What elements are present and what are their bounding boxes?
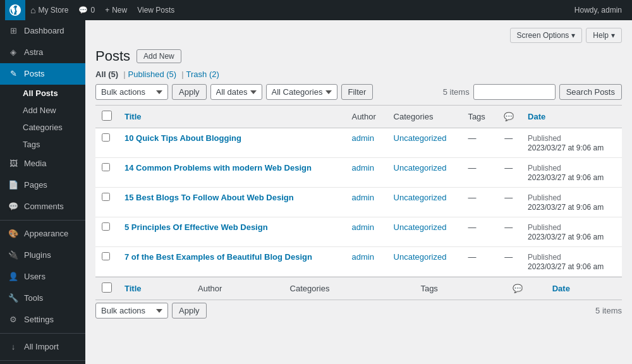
select-all-checkbox[interactable] <box>102 111 112 121</box>
cat-link-2[interactable]: Uncategorized <box>394 193 447 202</box>
sidebar-item-pages[interactable]: 📄 Pages <box>0 174 85 196</box>
sidebar-subitem-add-new[interactable]: Add New <box>0 102 85 119</box>
categories-filter[interactable]: All Categories <box>266 84 337 100</box>
author-link-3[interactable]: admin <box>351 222 374 232</box>
row-checkbox-4 <box>95 247 118 277</box>
row-date-4: Published 2023/03/27 at 9:06 am <box>521 247 622 277</box>
row-tags-2: — <box>461 188 495 217</box>
row-select-4[interactable] <box>102 252 110 260</box>
th-tags: Tags <box>461 106 495 128</box>
row-select-2[interactable] <box>102 193 110 201</box>
post-title-link-1[interactable]: 14 Common Problems with modern Web Desig… <box>125 163 312 173</box>
posts-table-bottom-header: Title Author Categories Tags 💬 Date <box>95 277 622 300</box>
row-category-4: Uncategorized <box>387 247 462 277</box>
row-select-0[interactable] <box>102 133 110 142</box>
comment-bubble-icon-bottom: 💬 <box>513 284 523 293</box>
sidebar-item-appearance[interactable]: 🎨 Appearance <box>0 223 85 245</box>
table-row: 5 Principles Of Effective Web Design adm… <box>95 217 622 247</box>
row-select-3[interactable] <box>102 222 110 231</box>
filter-link-all[interactable]: All (5) <box>95 70 121 79</box>
help-button[interactable]: Help ▾ <box>586 28 622 43</box>
row-checkbox-0 <box>95 128 118 158</box>
apply-button-bottom[interactable]: Apply <box>172 303 207 318</box>
date-status-1: Published <box>528 164 561 173</box>
wp-logo[interactable] <box>5 0 25 20</box>
users-icon: 👤 <box>8 271 19 282</box>
date-value-2: 2023/03/27 at 9:06 am <box>528 203 604 212</box>
filter-link-trash[interactable]: Trash (2) <box>186 70 222 79</box>
row-category-0: Uncategorized <box>387 128 462 158</box>
row-author-3: admin <box>345 217 387 247</box>
bulk-actions-select-bottom[interactable]: Bulk actions Edit Move to Trash <box>95 303 168 318</box>
date-value-1: 2023/03/27 at 9:06 am <box>528 173 604 182</box>
screen-options-button[interactable]: Screen Options ▾ <box>510 28 583 43</box>
search-posts-button[interactable]: Search Posts <box>559 84 622 100</box>
row-tags-0: — <box>461 128 495 158</box>
filter-link-published[interactable]: Published (5) <box>128 70 179 79</box>
toolbar-bottom: Bulk actions Edit Move to Trash Apply 5 … <box>95 303 622 318</box>
post-title-link-3[interactable]: 5 Principles Of Effective Web Design <box>125 222 268 232</box>
cat-link-3[interactable]: Uncategorized <box>394 222 447 232</box>
add-new-button[interactable]: Add New <box>137 49 181 63</box>
main-layout: ⊞ Dashboard ◈ Astra ✎ Posts All Posts Ad… <box>0 20 632 364</box>
cat-link-1[interactable]: Uncategorized <box>394 163 447 173</box>
th-comments-bottom: 💬 <box>489 277 546 300</box>
sidebar-item-posts[interactable]: ✎ Posts <box>0 63 85 85</box>
sidebar-item-comments[interactable]: 💬 Comments <box>0 196 85 217</box>
row-author-1: admin <box>345 158 387 188</box>
search-input[interactable] <box>473 84 556 100</box>
sidebar-subitem-tags[interactable]: Tags <box>0 136 85 153</box>
dates-filter[interactable]: All dates <box>210 84 262 100</box>
row-tags-1: — <box>461 158 495 188</box>
post-title-link-4[interactable]: 7 of the Best Examples of Beautiful Blog… <box>125 252 312 262</box>
sidebar-item-users[interactable]: 👤 Users <box>0 266 85 288</box>
th-title[interactable]: Title <box>118 106 345 128</box>
row-title-3: 5 Principles Of Effective Web Design <box>118 217 345 247</box>
row-author-4: admin <box>345 247 387 277</box>
author-link-1[interactable]: admin <box>351 163 374 173</box>
table-row: 15 Best Blogs To Follow About Web Design… <box>95 188 622 217</box>
th-date-bottom[interactable]: Date <box>546 277 622 300</box>
row-checkbox-3 <box>95 217 118 247</box>
cat-link-0[interactable]: Uncategorized <box>394 133 447 143</box>
row-select-1[interactable] <box>102 163 110 171</box>
sidebar-item-plugins[interactable]: 🔌 Plugins <box>0 245 85 266</box>
author-link-4[interactable]: admin <box>351 252 374 262</box>
post-title-link-0[interactable]: 10 Quick Tips About Blogging <box>125 133 241 143</box>
sidebar-item-tools[interactable]: 🔧 Tools <box>0 288 85 309</box>
table-header-row: Title Author Categories Tags 💬 Date <box>95 106 622 128</box>
apply-button-top[interactable]: Apply <box>172 84 207 100</box>
row-tags-3: — <box>461 217 495 247</box>
bulk-actions-select-top[interactable]: Bulk actions Edit Move to Trash <box>95 84 168 100</box>
admin-bar-comments[interactable]: 💬 0 <box>73 0 100 20</box>
admin-bar-site[interactable]: ⌂ My Store <box>25 0 73 20</box>
settings-icon: ⚙ <box>8 314 19 325</box>
sidebar-subitem-all-posts[interactable]: All Posts <box>0 85 85 102</box>
th-title-bottom[interactable]: Title <box>118 277 191 300</box>
toolbar-top: Bulk actions Edit Move to Trash Apply Al… <box>95 84 622 100</box>
filter-button[interactable]: Filter <box>341 84 374 100</box>
admin-bar-howdy: Howdy, admin <box>569 6 627 15</box>
cat-link-4[interactable]: Uncategorized <box>394 252 447 262</box>
sidebar-subitem-categories[interactable]: Categories <box>0 119 85 136</box>
th-checkbox <box>95 106 118 128</box>
row-title-1: 14 Common Problems with modern Web Desig… <box>118 158 345 188</box>
th-tags-bottom: Tags <box>414 277 489 300</box>
select-all-checkbox-bottom[interactable] <box>102 282 112 293</box>
sidebar-item-settings[interactable]: ⚙ Settings <box>0 309 85 331</box>
sidebar-divider-2 <box>0 333 85 334</box>
author-link-2[interactable]: admin <box>351 193 374 202</box>
author-link-0[interactable]: admin <box>351 133 374 143</box>
date-value-0: 2023/03/27 at 9:06 am <box>528 143 604 152</box>
row-date-1: Published 2023/03/27 at 9:06 am <box>521 158 622 188</box>
sidebar-item-dashboard[interactable]: ⊞ Dashboard <box>0 20 85 42</box>
post-title-link-2[interactable]: 15 Best Blogs To Follow About Web Design <box>125 193 294 202</box>
sidebar-item-astra[interactable]: ◈ Astra <box>0 42 85 63</box>
th-date[interactable]: Date <box>521 106 622 128</box>
sidebar-divider-3 <box>0 360 85 361</box>
sidebar-item-media[interactable]: 🖼 Media <box>0 153 85 174</box>
table-row: 7 of the Best Examples of Beautiful Blog… <box>95 247 622 277</box>
sidebar-item-allimport[interactable]: ↓ All Import <box>0 336 85 358</box>
admin-bar-view-posts[interactable]: View Posts <box>132 0 179 20</box>
admin-bar-new[interactable]: + New <box>100 0 132 20</box>
